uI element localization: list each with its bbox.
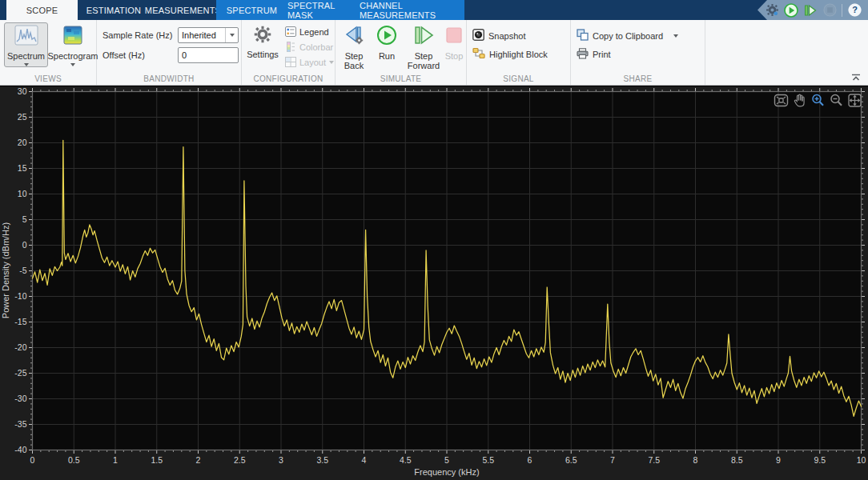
print-icon [577,48,589,61]
y-tick-label: 15 [18,163,27,173]
spectrum-view-icon [14,25,38,49]
run-button-icon [376,25,397,49]
layout-dropdown-caret-icon[interactable] [329,61,334,64]
tab-bar: SCOPE ESTIMATION MEASUREMENTS SPECTRUM S… [0,0,868,20]
layout-icon [285,57,296,69]
tab-estimation[interactable]: ESTIMATION [78,0,150,20]
snapshot-button[interactable]: Snapshot [472,28,525,43]
chevron-down-icon [230,34,235,37]
y-tick-label: -5 [19,266,26,275]
copy-dropdown-caret-icon[interactable] [673,34,678,38]
tab-spectral-mask[interactable]: SPECTRAL MASK [287,0,360,20]
layout-button[interactable]: Layout [285,55,334,70]
highlight-block-button[interactable]: Highlight Block [472,46,548,62]
legend-label: Legend [299,27,329,37]
x-tick-label: 9.5 [814,455,826,465]
contextual-tab-group: SPECTRUM SPECTRAL MASK CHANNEL MEASUREME… [216,0,464,20]
legend-icon [285,26,296,38]
spectrogram-view-label: Spectrogram [48,51,98,61]
x-tick-label: 3 [279,455,283,465]
tab-measurements[interactable]: MEASUREMENTS [150,0,216,20]
ribbon-section-configuration: Settings Legend [242,20,336,85]
x-tick-label: 2 [196,455,201,465]
x-tick-label: 5 [444,455,449,465]
y-tick-label: 20 [18,138,27,147]
y-tick-label: 0 [22,240,27,250]
quick-access-toolbar: ? [757,0,868,20]
tab-channel-measurements[interactable]: CHANNEL MEASUREMENTS [360,0,464,20]
highlight-block-label: Highlight Block [489,50,548,59]
settings-button[interactable]: Settings [244,22,281,60]
spectrum-dropdown-caret-icon[interactable] [24,63,29,66]
stop-icon[interactable] [822,3,837,18]
views-section-label: VIEWS [0,74,96,83]
run-button[interactable]: Run [372,22,401,62]
spectrogram-view-icon [62,25,83,49]
ribbon-section-bandwidth: Sample Rate (Hz) Inherited Offset (Hz) B… [97,20,242,85]
tab-spectrum[interactable]: SPECTRUM [216,0,287,20]
legend-button[interactable]: Legend [285,25,334,39]
step-forward-button[interactable]: Step Forward [404,22,443,71]
spectrogram-dropdown-caret-icon[interactable] [70,63,75,66]
step-back-icon [344,25,364,49]
x-tick-label: 4.5 [400,455,412,465]
copy-to-clipboard-button[interactable]: Copy to Clipboard [577,28,678,43]
y-tick-label: 10 [18,189,27,198]
spectrum-view-button[interactable]: Spectrum [4,22,48,67]
sample-rate-dropdown-button[interactable] [225,28,238,42]
step-back-label: Step Back [340,51,368,70]
y-tick-label: 25 [18,112,27,122]
x-tick-label: 1.5 [151,455,163,465]
ribbon-section-signal: Snapshot Highlight Block SIGNAL [467,20,571,85]
offset-label: Offset (Hz) [102,50,178,60]
step-forward-label: Step Forward [405,51,442,70]
collapse-ribbon-icon[interactable] [850,70,862,78]
plot-zoom-toolbar [773,92,862,108]
simulate-section-label: SIMULATE [336,74,466,83]
x-tick-label: 8.5 [731,455,743,465]
x-tick-label: 4 [362,455,367,465]
spectrum-plot-svg[interactable]: -40-35-30-25-20-15-10-5051015202530109.5… [0,86,868,480]
restore-view-icon[interactable] [773,92,789,108]
sample-rate-label: Sample Rate (Hz) [102,30,178,40]
step-back-button[interactable]: Step Back [339,22,369,71]
highlight-block-icon [472,47,485,61]
colorbar-button[interactable]: Colorbar [285,40,334,54]
zoom-out-icon[interactable] [828,92,844,108]
x-tick-label: 7.5 [648,455,660,465]
spectrum-view-label: Spectrum [7,51,45,61]
zoom-in-icon[interactable] [810,92,826,108]
ribbon-section-simulate: Step Back Run Step Forward [336,20,467,85]
pan-icon[interactable] [791,92,807,108]
configuration-section-label: CONFIGURATION [242,74,335,83]
y-tick-label: -20 [14,342,26,352]
y-tick-label: -15 [14,317,26,326]
step-forward-icon[interactable] [803,3,818,18]
offset-input[interactable] [178,47,239,63]
help-icon[interactable]: ? [847,3,862,18]
stop-label: Stop [445,51,464,61]
x-tick-label: 7 [610,455,615,465]
x-tick-label: 5.5 [482,455,494,465]
share-section-label: SHARE [571,74,705,83]
svg-text:?: ? [852,5,858,14]
y-tick-label: -40 [14,445,26,454]
spectrogram-view-button[interactable]: Spectrogram [50,22,95,67]
run-icon[interactable] [784,3,798,18]
stop-button[interactable]: Stop [443,22,465,62]
x-tick-label: 0.5 [68,455,80,465]
y-tick-label: 5 [22,214,27,224]
print-button[interactable]: Print [577,46,611,62]
ribbon-section-views: Spectrum Spectrogram [0,20,97,85]
scope-display-area: -40-35-30-25-20-15-10-5051015202530109.5… [0,86,868,480]
tab-bar-spacer [0,0,6,20]
tab-scope[interactable]: SCOPE [6,0,78,20]
step-forward-button-icon [413,25,434,49]
y-tick-label: 30 [18,86,27,96]
sample-rate-combo[interactable]: Inherited [178,27,239,43]
x-tick-label: 2.5 [234,455,246,465]
settings-label: Settings [247,50,279,59]
layout-label: Layout [299,58,326,67]
fit-to-view-icon[interactable] [846,92,862,108]
simulation-settings-icon[interactable] [765,3,779,18]
